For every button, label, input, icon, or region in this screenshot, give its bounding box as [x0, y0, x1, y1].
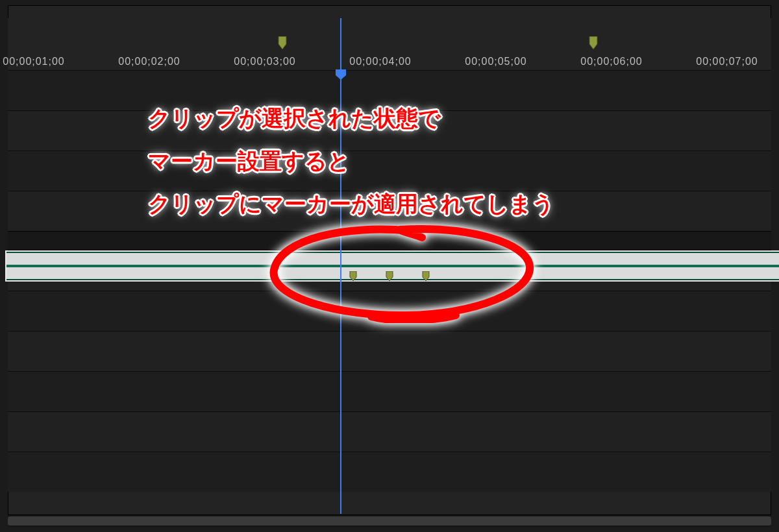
- waveform: [6, 253, 779, 265]
- timecode-label: 00;00;02;00: [118, 56, 180, 67]
- sequence-marker-icon[interactable]: [277, 36, 288, 51]
- clip-marker-icon[interactable]: [422, 271, 430, 282]
- annotation-text: マーカー設置すると: [148, 141, 350, 181]
- timecode-label: 00;00;05;00: [465, 56, 527, 67]
- timeline-panel: 00;00;01;0000;00;02;0000;00;03;0000;00;0…: [0, 0, 779, 532]
- sequence-marker-icon[interactable]: [588, 36, 599, 51]
- audio-track[interactable]: [8, 452, 771, 492]
- timecode-label: 00;00;04;00: [349, 56, 412, 67]
- scrollbar-thumb[interactable]: [8, 516, 771, 526]
- audio-track[interactable]: [8, 411, 771, 452]
- horizontal-scrollbar[interactable]: [8, 514, 771, 527]
- timecode-label: 00;00;06;00: [580, 56, 643, 67]
- clip-marker-icon[interactable]: [386, 271, 393, 282]
- timeline-inner: 00;00;01;0000;00;02;0000;00;03;0000;00;0…: [8, 5, 771, 527]
- annotation-text: クリップが選択された状態で: [148, 99, 441, 138]
- timecode-label: 00;00;07;00: [696, 56, 758, 67]
- timecode-label: 00;00;01;00: [3, 56, 65, 67]
- audio-track[interactable]: [8, 371, 771, 411]
- clip-marker-icon[interactable]: [349, 271, 357, 282]
- annotation-text: クリップにマーカーが適用されてしまう: [148, 184, 554, 224]
- sequence-marker-lane: [8, 18, 771, 51]
- audio-clip[interactable]: [5, 250, 779, 282]
- playhead-handle-icon[interactable]: [335, 69, 347, 80]
- audio-track[interactable]: [8, 291, 771, 331]
- audio-track[interactable]: [8, 331, 771, 371]
- track-divider: [8, 231, 771, 250]
- time-ruler[interactable]: 00;00;01;0000;00;02;0000;00;03;0000;00;0…: [8, 18, 771, 71]
- playhead[interactable]: [340, 18, 341, 514]
- timecode-label: 00;00;03;00: [234, 56, 296, 67]
